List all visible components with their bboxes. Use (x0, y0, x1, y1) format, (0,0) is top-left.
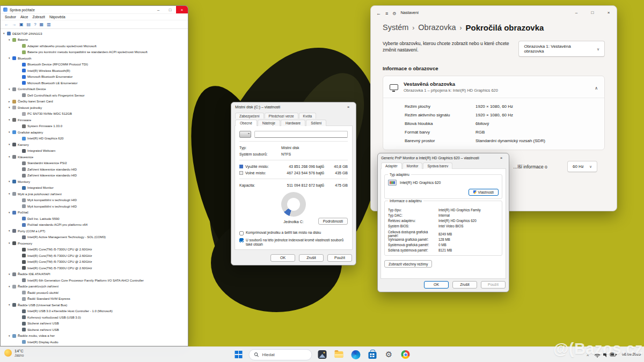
property-tab[interactable]: Nástroje (258, 120, 280, 126)
tree-item[interactable]: Integrated Monitor (1, 185, 188, 191)
tree-item[interactable]: Intel(R) Active Management Technology - … (1, 234, 188, 241)
expander-icon[interactable] (9, 180, 12, 183)
display-select-dropdown[interactable]: Obrazovka 1: Vestavěná obrazovka (518, 41, 605, 57)
tree-item[interactable]: Myši a jiná polohovací zařízení (1, 191, 188, 197)
tree-item[interactable]: Intel(R) Core(TM) i5-7300U CPU @ 2.60GHz (1, 259, 188, 265)
tree-item[interactable]: Dell Inc. Latitude 5590 (1, 216, 188, 222)
help-icon[interactable]: ? (34, 23, 36, 27)
tree-item[interactable]: Intel(R) Core(TM) i5-7300U CPU @ 2.60GHz (1, 247, 188, 253)
details-button[interactable]: Podrobnosti (318, 218, 348, 225)
tree-item[interactable]: Intel(R) 6th Generation Core Processor F… (1, 277, 188, 284)
store-icon[interactable] (366, 348, 379, 361)
tree-item[interactable]: DESKTOP-2INN1G3 (1, 31, 188, 37)
tree-item[interactable]: Myš kompatibilní s technologií HID (1, 197, 188, 204)
property-tab[interactable]: Obecné (235, 120, 257, 126)
tree-item[interactable]: Řadiče USB (Universal Serial Bus) (1, 302, 188, 308)
properties-button[interactable]: Vlastnosti (469, 189, 499, 196)
tree-item[interactable]: Microsoft Bluetooth LE Enumerator (1, 80, 188, 86)
ok-button[interactable]: OK (270, 254, 295, 262)
grid-view-icon[interactable]: ▦ (40, 23, 44, 27)
expander-icon[interactable] (9, 156, 12, 158)
file-explorer-icon[interactable] (333, 348, 346, 361)
tree-item[interactable]: System Firmware 1.33.0 (1, 123, 188, 130)
back-icon[interactable]: ← (4, 23, 9, 27)
tree-item[interactable]: Intel(R) Display Audio (1, 339, 188, 345)
tree-item[interactable]: Složené zařízení USB (1, 321, 188, 327)
tree-item[interactable]: Čtečky karet Smart Card (1, 99, 188, 105)
weather-widget[interactable]: 14°C Jasno (4, 349, 24, 357)
refresh-rate-dropdown[interactable]: 60 Hz (567, 161, 597, 172)
expander-icon[interactable] (9, 242, 12, 245)
navigation-menu-icon[interactable] (385, 8, 388, 17)
dialog-tab[interactable]: Monitor (402, 162, 423, 169)
tree-item[interactable]: Dell ControlVault w/o Fingerprint Sensor (1, 92, 188, 99)
maximize-button[interactable] (164, 6, 176, 13)
list-all-modes-button[interactable]: Zobrazit všechny režimy (384, 260, 432, 268)
tree-item[interactable]: Řadiče paměťových zařízení (1, 284, 188, 290)
tree-item[interactable]: Procesory (1, 240, 188, 247)
volume-label-input[interactable] (254, 131, 348, 138)
expander-icon[interactable] (9, 335, 12, 337)
tree-item[interactable]: Počítač standardu ACPI pro platformu x64 (1, 222, 188, 228)
breadcrumb-display[interactable]: Obrazovka (418, 23, 456, 32)
apply-button[interactable]: Použít (327, 254, 352, 262)
expander-icon[interactable] (9, 131, 12, 134)
tree-item[interactable]: Porty (COM a LPT) (1, 228, 188, 234)
tree-item[interactable]: Integrated Webcam (1, 148, 188, 154)
expander-icon[interactable] (9, 88, 12, 91)
expander-icon[interactable] (9, 57, 12, 60)
menu-item[interactable]: Zobrazit (30, 15, 47, 19)
expander-icon[interactable] (9, 143, 12, 146)
tree-item[interactable]: Standardní klávesnice PS/2 (1, 160, 188, 167)
dialog-titlebar[interactable]: Generic PnP Monitor a Intel(R) HD Graphi… (378, 153, 509, 162)
dialog-tab[interactable]: Adaptér (381, 162, 402, 169)
expander-icon[interactable] (9, 106, 12, 109)
menu-item[interactable]: Akce (18, 15, 30, 19)
close-button[interactable] (176, 6, 188, 13)
apply-button[interactable]: Použít (481, 281, 506, 289)
back-icon[interactable] (376, 8, 381, 17)
settings-icon[interactable] (383, 348, 396, 361)
document-icon[interactable]: ▤ (27, 23, 31, 27)
window-icon[interactable]: ▣ (19, 23, 24, 27)
close-icon[interactable] (496, 154, 507, 161)
tree-item[interactable]: Zařízení klávesnice standardu HID (1, 166, 188, 173)
scan-devices-icon[interactable]: ▥ (47, 23, 51, 27)
ok-button[interactable]: OK (424, 281, 449, 289)
tree-item[interactable]: Baterie pro kontrolní metodu kompatibiln… (1, 49, 188, 56)
property-tab[interactable]: Předchozí verze (265, 113, 298, 119)
tree-item[interactable]: Bluetooth (1, 55, 188, 62)
maximize-button[interactable] (584, 6, 601, 19)
tree-item[interactable]: Firmware (1, 117, 188, 123)
tree-item[interactable]: Microsoft Bluetooth Enumerator (1, 74, 188, 80)
expander-icon[interactable] (9, 230, 12, 232)
tree-item[interactable]: Intel(R) USB 3.0 eXtensible Host Control… (1, 308, 188, 315)
menu-item[interactable]: Nápověda (47, 15, 68, 19)
tree-item[interactable]: Adaptér střídavého proudu společnosti Mi… (1, 43, 188, 49)
chrome-icon[interactable] (399, 348, 412, 361)
expander-icon[interactable] (9, 304, 12, 306)
tree-item[interactable]: Myš kompatibilní s technologií HID (1, 203, 188, 210)
display-info-card-header[interactable]: Vestavěná obrazovka Obrazovka 1 – připoj… (383, 76, 604, 98)
tree-item[interactable]: Řadič Standard NVM Express (1, 296, 188, 302)
expander-icon[interactable] (9, 119, 12, 121)
expander-icon[interactable] (9, 100, 12, 103)
property-tab[interactable]: Sdílení (306, 120, 326, 126)
titlebar[interactable]: Správa počítače (1, 6, 188, 14)
expander-icon[interactable] (9, 273, 12, 276)
chevron-up-icon[interactable] (595, 82, 598, 92)
tree-item[interactable]: PC SN730 NVMe WDC 512GB (1, 111, 188, 117)
tree-item[interactable]: Diskové jednotky (1, 105, 188, 111)
expander-icon[interactable] (9, 39, 12, 41)
tree-item[interactable]: Intel(R) HD Graphics 620 (1, 136, 188, 142)
tree-item[interactable]: Baterie (1, 37, 188, 43)
close-button[interactable] (601, 6, 617, 19)
tree-item[interactable]: Intel(R) Core(TM) i5-7300U CPU @ 2.60GHz (1, 265, 188, 271)
tree-item[interactable]: Řadiče zvuku, videa a her (1, 333, 188, 339)
dialog-tab[interactable]: Správa barev (423, 162, 452, 169)
forward-icon[interactable]: → (12, 23, 16, 27)
tree-item[interactable]: Řadič prostorů úložišť (1, 290, 188, 296)
tree-item[interactable]: Klávesnice (1, 154, 188, 160)
expander-icon[interactable] (9, 285, 12, 288)
tree-item[interactable]: Složené zařízení USB (1, 327, 188, 333)
